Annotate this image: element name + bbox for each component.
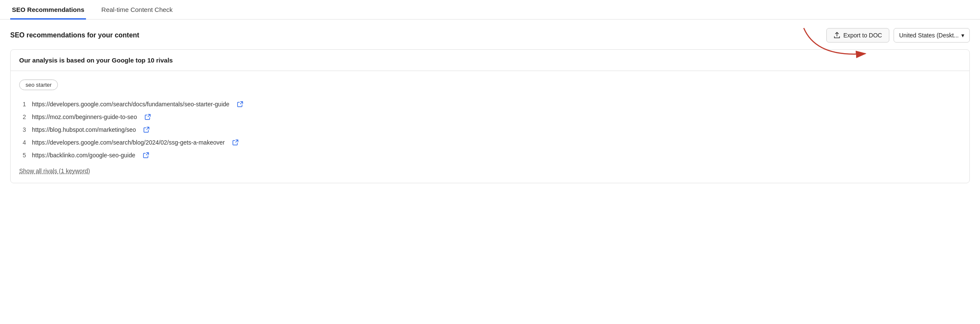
external-link-icon[interactable]	[237, 101, 243, 107]
list-item: 5https://backlinko.com/google-seo-guide	[19, 149, 961, 162]
external-link-icon[interactable]	[143, 127, 149, 133]
chevron-down-icon: ▾	[961, 32, 964, 39]
list-item: 3https://blog.hubspot.com/marketing/seo	[19, 123, 961, 136]
tabs-bar: SEO Recommendations Real-time Content Ch…	[0, 0, 980, 20]
external-link-icon[interactable]	[232, 139, 238, 145]
list-item: 1https://developers.google.com/search/do…	[19, 98, 961, 111]
rival-number: 3	[19, 126, 26, 133]
external-link-icon[interactable]	[145, 114, 151, 120]
export-to-doc-button[interactable]: Export to DOC	[826, 28, 889, 43]
rival-url: https://blog.hubspot.com/marketing/seo	[32, 126, 136, 133]
rival-url: https://developers.google.com/search/doc…	[32, 101, 229, 108]
rivals-body: seo starter 1https://developers.google.c…	[11, 71, 969, 183]
header-actions: Export to DOC United States (Deskt... ▾	[826, 28, 970, 43]
rival-number: 2	[19, 114, 26, 120]
rival-list: 1https://developers.google.com/search/do…	[19, 98, 961, 162]
analysis-heading: Our analysis is based on your Google top…	[11, 50, 969, 71]
tab-seo-recommendations[interactable]: SEO Recommendations	[10, 0, 86, 20]
keyword-tag: seo starter	[19, 80, 58, 90]
show-all-rivals-link[interactable]: Show all rivals (1 keyword)	[19, 168, 90, 174]
rival-number: 4	[19, 139, 26, 146]
upload-icon	[834, 32, 840, 39]
external-link-icon[interactable]	[143, 152, 149, 158]
rival-number: 1	[19, 101, 26, 108]
page-title: SEO recommendations for your content	[10, 31, 139, 39]
rival-number: 5	[19, 152, 26, 159]
country-select-value: United States (Deskt...	[899, 32, 959, 39]
analysis-content-box: Our analysis is based on your Google top…	[10, 49, 970, 183]
list-item: 4https://developers.google.com/search/bl…	[19, 136, 961, 149]
rival-url: https://backlinko.com/google-seo-guide	[32, 152, 135, 159]
tab-realtime-content-check[interactable]: Real-time Content Check	[100, 0, 175, 20]
rival-url: https://moz.com/beginners-guide-to-seo	[32, 114, 137, 120]
export-button-label: Export to DOC	[843, 32, 882, 39]
country-device-select[interactable]: United States (Deskt... ▾	[894, 28, 970, 43]
header-row: SEO recommendations for your content Ex	[0, 20, 980, 49]
list-item: 2https://moz.com/beginners-guide-to-seo	[19, 111, 961, 123]
rival-url: https://developers.google.com/search/blo…	[32, 139, 225, 146]
